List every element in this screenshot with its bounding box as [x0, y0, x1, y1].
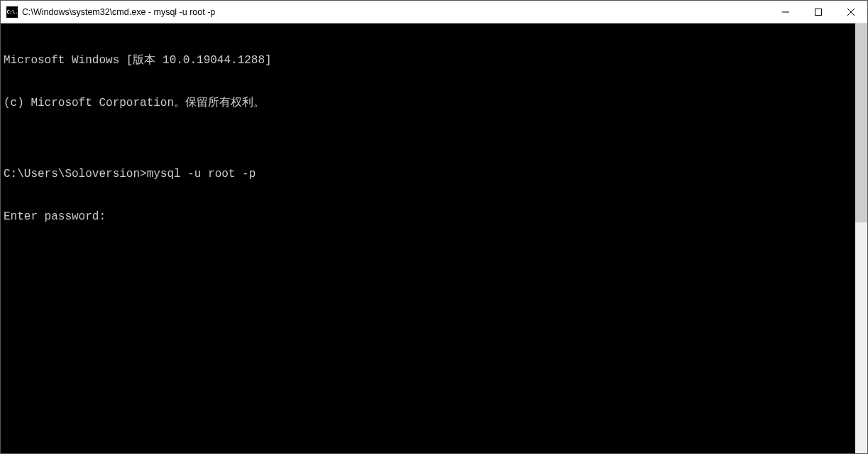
close-button[interactable] [835, 1, 867, 23]
minimize-icon [782, 9, 789, 16]
vertical-scrollbar[interactable] [855, 23, 867, 453]
window-title: C:\Windows\system32\cmd.exe - mysql -u r… [22, 7, 769, 17]
terminal-line: Enter password: [4, 210, 852, 224]
cmd-icon-text: C:\. [7, 9, 18, 15]
terminal-line: C:\Users\Soloversion>mysql -u root -p [4, 167, 852, 181]
terminal-container: Microsoft Windows [版本 10.0.19044.1288] (… [1, 23, 867, 453]
close-icon [847, 9, 855, 16]
terminal-line: Microsoft Windows [版本 10.0.19044.1288] [4, 53, 852, 67]
svg-rect-1 [815, 9, 822, 15]
titlebar: C:\. C:\Windows\system32\cmd.exe - mysql… [1, 1, 867, 23]
minimize-button[interactable] [769, 1, 802, 23]
window-controls [769, 1, 867, 23]
terminal[interactable]: Microsoft Windows [版本 10.0.19044.1288] (… [1, 23, 855, 453]
scrollbar-thumb[interactable] [855, 23, 867, 222]
terminal-line: (c) Microsoft Corporation。保留所有权利。 [4, 96, 852, 110]
cmd-icon: C:\. [6, 6, 18, 18]
maximize-icon [815, 9, 822, 16]
maximize-button[interactable] [802, 1, 835, 23]
